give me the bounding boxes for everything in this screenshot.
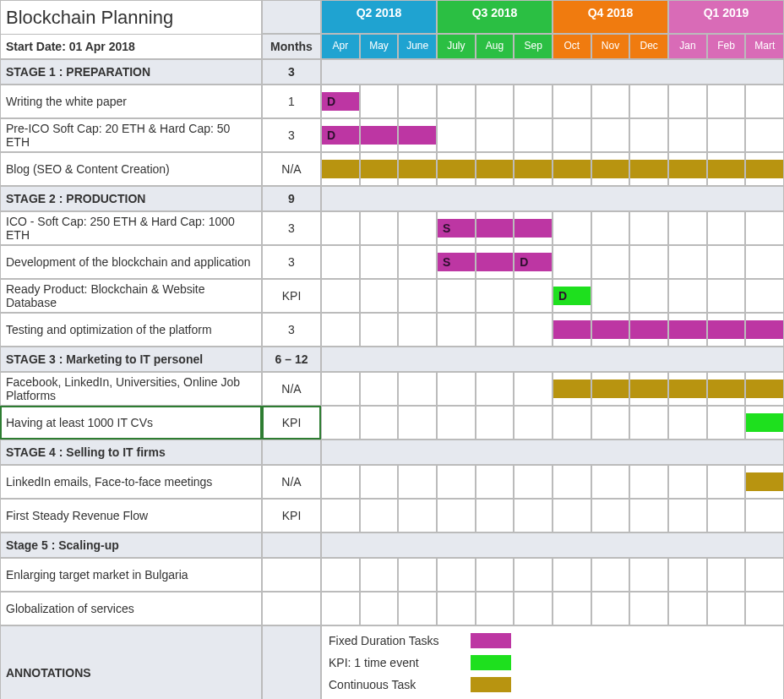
gantt-cell[interactable] (437, 152, 476, 186)
gantt-cell[interactable] (321, 465, 360, 499)
gantt-cell[interactable] (745, 558, 784, 592)
gantt-cell[interactable] (360, 406, 399, 440)
gantt-cell[interactable] (360, 372, 399, 406)
gantt-cell[interactable] (553, 558, 591, 592)
gantt-cell[interactable]: S (437, 245, 476, 279)
row-months[interactable]: KPI (262, 499, 321, 532)
gantt-cell[interactable] (707, 152, 746, 186)
gantt-cell[interactable] (514, 211, 553, 245)
gantt-cell[interactable] (398, 279, 437, 313)
gantt-cell[interactable] (668, 211, 707, 245)
gantt-cell[interactable] (629, 85, 668, 118)
gantt-cell[interactable] (591, 406, 630, 440)
gantt-cell[interactable] (321, 499, 360, 532)
row-label[interactable]: Having at least 1000 IT CVs (0, 406, 262, 440)
gantt-cell[interactable] (591, 118, 630, 152)
gantt-cell[interactable] (476, 372, 514, 406)
gantt-cell[interactable] (321, 245, 360, 279)
gantt-cell[interactable] (707, 85, 746, 118)
gantt-cell[interactable] (629, 592, 668, 625)
row-months[interactable] (262, 440, 321, 465)
gantt-cell[interactable] (514, 592, 553, 625)
gantt-cell[interactable] (591, 152, 630, 186)
gantt-cell[interactable] (591, 211, 630, 245)
gantt-cell[interactable] (437, 465, 476, 499)
row-months[interactable]: N/A (262, 152, 321, 186)
row-months[interactable]: 3 (262, 211, 321, 245)
gantt-cell[interactable] (514, 85, 553, 118)
gantt-cell[interactable] (629, 372, 668, 406)
gantt-cell[interactable] (514, 313, 553, 347)
row-months[interactable] (262, 532, 321, 558)
row-label[interactable]: STAGE 3 : Marketing to IT personel (0, 347, 262, 372)
gantt-cell[interactable] (321, 279, 360, 313)
gantt-cell[interactable] (629, 118, 668, 152)
gantt-cell[interactable] (321, 592, 360, 625)
gantt-cell[interactable] (668, 406, 707, 440)
gantt-cell[interactable] (321, 406, 360, 440)
gantt-cell[interactable] (668, 499, 707, 532)
gantt-cell[interactable] (398, 152, 437, 186)
gantt-cell[interactable] (668, 592, 707, 625)
row-label[interactable]: Testing and optimization of the platform (0, 313, 262, 347)
gantt-cell[interactable] (476, 85, 514, 118)
gantt-cell[interactable] (398, 85, 437, 118)
row-label[interactable]: Stage 5 : Scaling-up (0, 532, 262, 558)
gantt-cell[interactable] (437, 279, 476, 313)
gantt-cell[interactable] (398, 465, 437, 499)
gantt-cell[interactable] (707, 406, 746, 440)
row-months[interactable]: 1 (262, 85, 321, 118)
gantt-cell[interactable] (707, 465, 746, 499)
gantt-cell[interactable] (437, 558, 476, 592)
gantt-cell[interactable] (476, 211, 514, 245)
gantt-cell[interactable] (514, 372, 553, 406)
gantt-cell[interactable] (514, 558, 553, 592)
gantt-cell[interactable] (745, 279, 784, 313)
gantt-cell[interactable] (437, 372, 476, 406)
gantt-cell[interactable] (668, 118, 707, 152)
row-months[interactable]: KPI (262, 279, 321, 313)
gantt-cell[interactable] (591, 245, 630, 279)
gantt-cell[interactable] (745, 118, 784, 152)
row-label[interactable]: STAGE 1 : PREPARATION (0, 59, 262, 85)
gantt-cell[interactable] (398, 118, 437, 152)
row-months[interactable]: 3 (262, 118, 321, 152)
gantt-cell[interactable] (398, 558, 437, 592)
gantt-cell[interactable] (629, 465, 668, 499)
row-label[interactable]: Enlarging target market in Bulgaria (0, 558, 262, 592)
gantt-cell[interactable] (745, 372, 784, 406)
gantt-cell[interactable] (360, 211, 399, 245)
gantt-cell[interactable] (668, 279, 707, 313)
gantt-cell[interactable] (745, 211, 784, 245)
gantt-cell[interactable] (707, 279, 746, 313)
gantt-cell[interactable]: D (514, 245, 553, 279)
row-months[interactable]: N/A (262, 372, 321, 406)
gantt-cell[interactable] (514, 465, 553, 499)
gantt-cell[interactable] (398, 372, 437, 406)
row-months[interactable]: 3 (262, 59, 321, 85)
gantt-cell[interactable] (707, 592, 746, 625)
gantt-cell[interactable] (745, 406, 784, 440)
gantt-cell[interactable] (398, 592, 437, 625)
row-label[interactable]: Globalization of services (0, 592, 262, 625)
gantt-cell[interactable] (514, 279, 553, 313)
gantt-cell[interactable] (437, 592, 476, 625)
gantt-cell[interactable] (668, 245, 707, 279)
gantt-cell[interactable] (668, 152, 707, 186)
gantt-cell[interactable] (668, 558, 707, 592)
gantt-cell[interactable] (591, 465, 630, 499)
row-months[interactable] (262, 558, 321, 592)
gantt-cell[interactable] (553, 118, 591, 152)
gantt-cell[interactable] (360, 313, 399, 347)
gantt-cell[interactable] (514, 499, 553, 532)
gantt-cell[interactable] (514, 406, 553, 440)
row-label[interactable]: Writing the white paper (0, 85, 262, 118)
gantt-cell[interactable] (476, 592, 514, 625)
row-label[interactable]: ICO - Soft Cap: 250 ETH & Hard Cap: 1000… (0, 211, 262, 245)
gantt-cell[interactable] (668, 313, 707, 347)
gantt-cell[interactable] (629, 279, 668, 313)
gantt-cell[interactable] (668, 372, 707, 406)
gantt-cell[interactable] (360, 592, 399, 625)
gantt-cell[interactable] (437, 118, 476, 152)
gantt-cell[interactable]: D (553, 279, 591, 313)
